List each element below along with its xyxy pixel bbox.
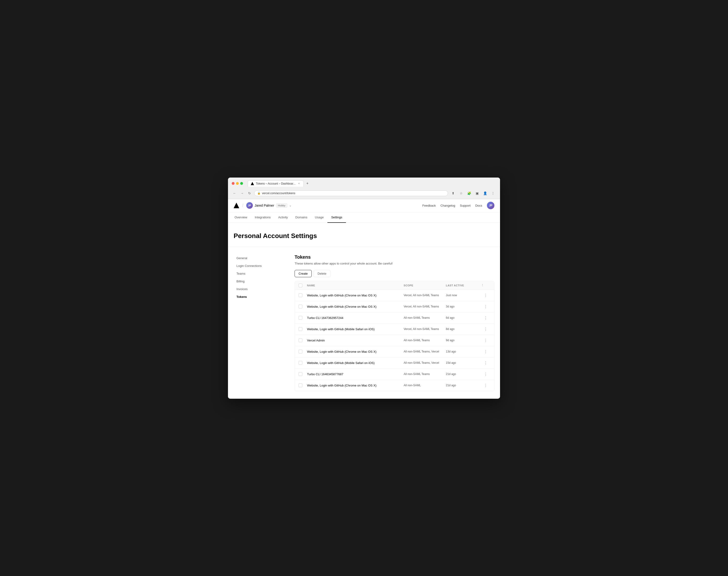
user-info[interactable]: JP Jared Palmer Hobby ⌄ (246, 202, 292, 209)
col-header-scope: SCOPE (404, 284, 446, 287)
cell-last-active-2: 6d ago (446, 316, 481, 319)
tab-settings[interactable]: Settings (327, 212, 346, 223)
browser-tab[interactable]: Tokens – Account – Dashboar... × (248, 180, 304, 187)
content-area: Tokens These tokens allow other apps to … (285, 247, 494, 399)
table-row: Website, Login with GitHub (Chrome on Ma… (295, 380, 494, 391)
delete-button[interactable]: Delete (314, 270, 330, 277)
browser-chrome: Tokens – Account – Dashboar... × + ← → ↻… (228, 177, 500, 199)
feedback-link[interactable]: Feedback (423, 204, 436, 207)
close-button[interactable] (232, 182, 235, 185)
share-button[interactable]: ⬆ (450, 190, 457, 197)
extensions-button[interactable]: 🧩 (466, 190, 472, 197)
cell-name-2: Turbo CLI 1647362957244 (307, 316, 404, 320)
avatar: JP (246, 202, 253, 209)
cell-scope-0: Vercel, All non-SAML Teams (404, 294, 446, 297)
docs-link[interactable]: Docs (475, 204, 482, 207)
row-menu-5[interactable]: ⋮ (481, 349, 490, 354)
browser-actions: ⬆ ☆ 🧩 ▣ 👤 ⋮ (450, 190, 496, 197)
tab-close-button[interactable]: × (297, 182, 301, 185)
maximize-button[interactable] (240, 182, 243, 185)
row-menu-3[interactable]: ⋮ (481, 327, 490, 332)
col-header-last-active: LAST ACTIVE (446, 284, 481, 287)
chevron-down-icon: ⌄ (289, 204, 292, 207)
menu-button[interactable]: ⋮ (490, 190, 496, 197)
cell-name-4: Vercel Admin (307, 339, 404, 342)
row-menu-1[interactable]: ⋮ (481, 305, 490, 309)
minimize-button[interactable] (236, 182, 239, 185)
row-menu-0[interactable]: ⋮ (481, 293, 490, 298)
tab-integrations[interactable]: Integrations (251, 212, 274, 223)
tab-usage[interactable]: Usage (311, 212, 328, 223)
cell-scope-6: All non-SAML Teams, Vercel (404, 361, 446, 365)
row-checkbox-6[interactable] (298, 361, 302, 365)
header-more-icon: ⋮ (481, 284, 484, 287)
table-row: Website, Login with GitHub (Chrome on Ma… (295, 301, 494, 312)
row-menu-6[interactable]: ⋮ (481, 361, 490, 365)
tab-title: Tokens – Account – Dashboar... (256, 182, 295, 185)
table-row: Website, Login with GitHub (Chrome on Ma… (295, 290, 494, 301)
address-text: vercel.com/account/tokens (262, 192, 445, 195)
section-description: These tokens allow other apps to control… (295, 262, 494, 265)
cell-scope-5: All non-SAML Teams, Vercel (404, 350, 446, 353)
row-checkbox-2[interactable] (298, 316, 302, 320)
tab-activity[interactable]: Activity (274, 212, 292, 223)
sidebar-item-teams[interactable]: Teams (234, 270, 285, 277)
profile-button[interactable]: 👤 (482, 190, 488, 197)
row-checkbox-1[interactable] (298, 305, 302, 309)
sidebar: General Login Connections Teams Billing … (234, 247, 285, 399)
cell-name-6: Website, Login with GitHub (Mobile Safar… (307, 361, 404, 365)
tab-overview[interactable]: Overview (234, 212, 251, 223)
tokens-table: NAME SCOPE LAST ACTIVE ⋮ Website, Login … (295, 281, 494, 391)
cell-name-3: Website, Login with GitHub (Mobile Safar… (307, 327, 404, 331)
row-checkbox-0[interactable] (298, 293, 302, 297)
bookmark-button[interactable]: ☆ (458, 190, 464, 197)
back-button[interactable]: ← (232, 191, 237, 196)
tab-favicon-icon (251, 182, 254, 185)
cell-last-active-4: 9d ago (446, 339, 481, 342)
cell-name-5: Website, Login with GitHub (Chrome on Ma… (307, 350, 404, 353)
row-menu-4[interactable]: ⋮ (481, 338, 490, 343)
row-checkbox-4[interactable] (298, 339, 302, 342)
row-checkbox-5[interactable] (298, 350, 302, 353)
sidebar-item-invoices[interactable]: Invoices (234, 285, 285, 293)
sidebar-toggle-button[interactable]: ▣ (474, 190, 480, 197)
header-left: / JP Jared Palmer Hobby ⌄ (234, 202, 292, 209)
app-content: / JP Jared Palmer Hobby ⌄ Feedback Chang… (228, 199, 500, 399)
vercel-logo[interactable] (234, 203, 239, 208)
sidebar-item-billing[interactable]: Billing (234, 278, 285, 285)
sidebar-item-login-connections[interactable]: Login Connections (234, 262, 285, 269)
row-checkbox-8[interactable] (298, 383, 302, 387)
cell-scope-1: Vercel, All non-SAML Teams (404, 305, 446, 308)
page-title: Personal Account Settings (234, 232, 494, 240)
cell-name-8: Website, Login with GitHub (Chrome on Ma… (307, 384, 404, 387)
support-link[interactable]: Support (460, 204, 471, 207)
col-header-menu: ⋮ (481, 284, 490, 287)
create-button[interactable]: Create (295, 270, 312, 277)
address-bar[interactable]: 🔒 vercel.com/account/tokens (254, 191, 448, 196)
user-name: Jared Palmer (255, 204, 274, 207)
cell-scope-4: All non-SAML Teams (404, 339, 446, 342)
select-all-checkbox[interactable] (298, 284, 302, 287)
header-right: Feedback Changelog Support Docs JP (423, 202, 494, 209)
row-checkbox-3[interactable] (298, 327, 302, 331)
cell-last-active-3: 8d ago (446, 327, 481, 331)
tab-domains[interactable]: Domains (292, 212, 311, 223)
sidebar-item-tokens[interactable]: Tokens (234, 293, 285, 300)
changelog-link[interactable]: Changelog (440, 204, 455, 207)
new-tab-button[interactable]: + (305, 180, 310, 186)
sidebar-item-general[interactable]: General (234, 255, 285, 262)
cell-scope-2: All non-SAML Teams (404, 316, 446, 319)
cell-last-active-0: Just now (446, 294, 481, 297)
cell-scope-3: Vercel, All non-SAML Teams (404, 327, 446, 331)
refresh-button[interactable]: ↻ (247, 191, 252, 196)
table-header: NAME SCOPE LAST ACTIVE ⋮ (295, 281, 494, 290)
cell-last-active-1: 3d ago (446, 305, 481, 308)
forward-button[interactable]: → (239, 191, 245, 196)
row-checkbox-7[interactable] (298, 372, 302, 376)
tab-bar: Tokens – Account – Dashboar... × + (246, 180, 314, 187)
row-menu-2[interactable]: ⋮ (481, 316, 490, 320)
table-row: Turbo CLI 1647362957244 All non-SAML Tea… (295, 312, 494, 324)
row-menu-8[interactable]: ⋮ (481, 383, 490, 388)
header-user-avatar[interactable]: JP (487, 202, 494, 209)
row-menu-7[interactable]: ⋮ (481, 372, 490, 376)
